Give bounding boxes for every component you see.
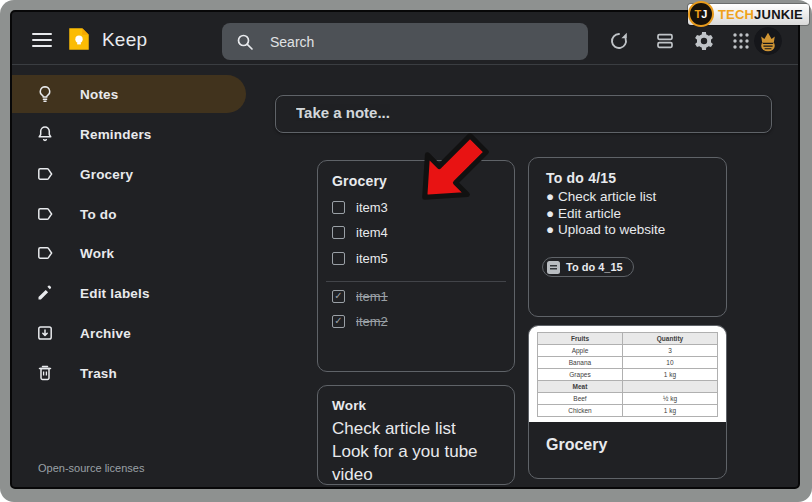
- note-title: Work: [332, 398, 366, 413]
- grocery-table: Fruits Quantity Apple 3 Banana 10 Grapes…: [537, 332, 718, 417]
- take-a-note-bar[interactable]: [275, 95, 772, 133]
- sidebar-item-label: Archive: [80, 326, 131, 341]
- checkbox-unchecked[interactable]: [332, 252, 345, 265]
- checklist-item: item4: [332, 222, 388, 242]
- table-section-row: Meat: [538, 380, 718, 392]
- bullet-line: ● Check article list: [546, 189, 665, 206]
- keep-app-window: Keep: [10, 10, 800, 489]
- label-tag-icon: [36, 165, 54, 183]
- label-tag-icon: [36, 244, 54, 262]
- note-text-line: Upload content: [332, 486, 514, 489]
- checkbox-unchecked[interactable]: [332, 201, 345, 214]
- keep-logo-icon: [66, 26, 92, 52]
- sidebar-item-reminders[interactable]: Reminders: [12, 115, 246, 153]
- note-card-todo[interactable]: To do 4/15 ● Check article list ● Edit a…: [528, 157, 727, 317]
- bullet-line: ● Edit article: [546, 206, 665, 223]
- table-header-cell: Quantity: [622, 332, 717, 344]
- table-header-cell: Fruits: [538, 332, 623, 344]
- sidebar-item-edit-labels[interactable]: Edit labels: [12, 274, 246, 312]
- sidebar-item-label: Work: [80, 246, 114, 261]
- apps-grid-icon[interactable]: [731, 31, 751, 51]
- top-app-bar: Keep: [12, 12, 798, 65]
- table-row: Grapes 1 kg: [538, 368, 718, 380]
- note-card-grocery-image[interactable]: Fruits Quantity Apple 3 Banana 10 Grapes…: [528, 325, 727, 479]
- sidebar-item-notes[interactable]: Notes: [12, 75, 246, 113]
- checkbox-unchecked[interactable]: [332, 226, 345, 239]
- checklist-item-label: item1: [356, 289, 388, 304]
- table-row: Banana 10: [538, 356, 718, 368]
- pencil-icon: [36, 284, 54, 302]
- badge-letter-t: T: [694, 8, 701, 20]
- label-chip[interactable]: To do 4_15: [542, 257, 634, 277]
- settings-gear-icon[interactable]: [694, 31, 714, 51]
- sidebar-item-label: Trash: [80, 366, 117, 381]
- refresh-icon[interactable]: [609, 31, 629, 51]
- checklist-item-label: item5: [356, 251, 388, 266]
- sidebar-item-label: To do: [80, 207, 117, 222]
- note-image-table: Fruits Quantity Apple 3 Banana 10 Grapes…: [529, 326, 726, 422]
- lightbulb-icon: [36, 85, 54, 103]
- label-tag-icon: [36, 205, 54, 223]
- bullet-line: ● Upload to website: [546, 222, 665, 239]
- table-row: Chicken 1 kg: [538, 404, 718, 416]
- badge-letter-j: J: [701, 8, 707, 20]
- sidebar-item-label: Notes: [80, 87, 119, 102]
- search-icon: [236, 33, 254, 51]
- checkbox-checked[interactable]: ✓: [332, 290, 345, 303]
- page-title: Keep: [102, 29, 147, 51]
- checklist-item: item3: [332, 197, 388, 217]
- brand-text-junkie: JUNKIE: [754, 7, 803, 22]
- note-card-work[interactable]: Work Check article list Look for a you t…: [317, 385, 515, 485]
- note-chip-icon: [547, 261, 560, 274]
- note-title: To do 4/15: [546, 170, 616, 186]
- trash-can-icon: [36, 364, 54, 382]
- sidebar-item-archive[interactable]: Archive: [12, 314, 246, 352]
- user-avatar[interactable]: [754, 27, 782, 55]
- note-text-line: Look for a you tube video: [332, 440, 514, 486]
- checklist-item-label: item4: [356, 225, 388, 240]
- table-row: Apple 3: [538, 344, 718, 356]
- search-input[interactable]: [270, 34, 530, 50]
- techjunkie-watermark: TJ TECHJUNKIE: [688, 4, 809, 25]
- checklist-item-completed: ✓ item1: [332, 286, 388, 306]
- sidebar-item-label: Edit labels: [80, 286, 150, 301]
- sidebar-item-work[interactable]: Work: [12, 234, 246, 272]
- checklist-item-label: item3: [356, 200, 388, 215]
- label-chip-text: To do 4_15: [566, 261, 623, 273]
- checkbox-checked[interactable]: ✓: [332, 315, 345, 328]
- hamburger-menu-icon[interactable]: [32, 33, 52, 47]
- sidebar-item-grocery[interactable]: Grocery: [12, 155, 246, 193]
- take-a-note-input[interactable]: [296, 104, 626, 121]
- sidebar-item-label: Grocery: [80, 167, 133, 182]
- note-card-grocery-list[interactable]: Grocery item3 item4 item5 ✓ item1 ✓ item…: [317, 160, 515, 372]
- open-source-licenses-link[interactable]: Open-source licenses: [38, 462, 144, 474]
- window-frame: Keep: [0, 0, 812, 502]
- sidebar-item-label: Reminders: [80, 127, 152, 142]
- bell-icon: [36, 125, 54, 143]
- note-title: Grocery: [546, 436, 607, 454]
- note-body: ● Check article list ● Edit article ● Up…: [546, 189, 665, 239]
- sidebar-item-todo[interactable]: To do: [12, 195, 246, 233]
- techjunkie-badge-icon: TJ: [688, 1, 714, 27]
- note-body: Check article list Look for a you tube v…: [332, 417, 514, 489]
- checklist-item-label: item2: [356, 314, 388, 329]
- note-title: Grocery: [332, 173, 387, 189]
- sidebar-item-trash[interactable]: Trash: [12, 354, 246, 392]
- note-text-line: Check article list: [332, 417, 514, 440]
- list-view-icon[interactable]: [655, 31, 675, 51]
- brand-text-tech: TECH: [718, 7, 754, 22]
- table-row: Beef ½ kg: [538, 392, 718, 404]
- checklist-item-completed: ✓ item2: [332, 311, 388, 331]
- checklist-item: item5: [332, 248, 388, 268]
- checklist-divider: [326, 281, 506, 282]
- archive-box-icon: [36, 324, 54, 342]
- search-bar[interactable]: [222, 23, 588, 60]
